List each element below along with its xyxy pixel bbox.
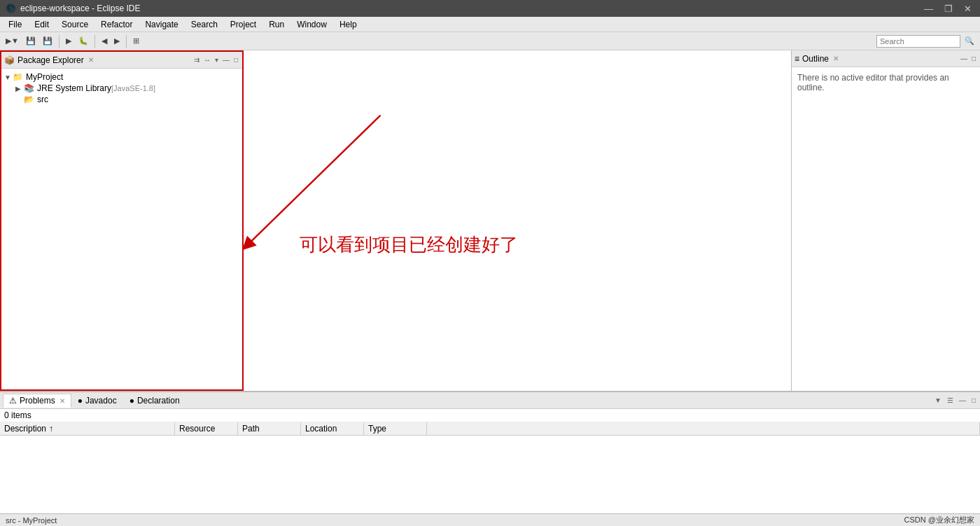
project-icon: 📁 (13, 72, 23, 82)
package-explorer-title-area: 📦 Package Explorer ✕ (4, 55, 190, 65)
bottom-minimize-btn[interactable]: — (958, 396, 967, 405)
jre-icon: 📚 (24, 83, 34, 93)
col-location[interactable]: Location (301, 422, 364, 435)
resource-label: Resource (179, 424, 215, 434)
toolbar-separator-3 (126, 35, 127, 48)
src-label: src (37, 95, 48, 104)
package-explorer-title: Package Explorer (18, 55, 84, 65)
toolbar-search-btn[interactable]: 🔍 (962, 35, 977, 47)
status-left: src - MyProject (6, 516, 57, 525)
menu-project[interactable]: Project (225, 18, 262, 31)
menu-run[interactable]: Run (263, 18, 290, 31)
package-explorer-content: ▼ 📁 MyProject ▶ 📚 JRE System Library [Ja… (1, 69, 242, 389)
title-bar-controls[interactable]: — ❐ ✕ (921, 4, 974, 14)
menu-help[interactable]: Help (334, 18, 363, 31)
tab-declaration[interactable]: ● Declaration (123, 394, 186, 408)
menu-window[interactable]: Window (291, 18, 332, 31)
toolbar: ▶▼ 💾 💾 ▶ 🐛 ◀ ▶ ⊞ 🔍 (0, 32, 980, 50)
outline-content: There is no active editor that provides … (792, 67, 980, 391)
package-explorer-panel: 📦 Package Explorer ✕ ⇉ ↔ ▾ — □ ▼ 📁 MyPro… (0, 50, 244, 391)
col-description[interactable]: Description ↑ (0, 422, 175, 435)
outline-close[interactable]: ✕ (833, 55, 839, 62)
jre-expand-arrow: ▶ (15, 85, 24, 92)
panel-minimize-btn[interactable]: — (221, 55, 231, 64)
maximize-button[interactable]: ❐ (941, 4, 955, 14)
bottom-content: 0 items Description ↑ Resource Path Loca… (0, 409, 980, 513)
outline-minimize-btn[interactable]: — (959, 54, 969, 63)
menu-bar: File Edit Source Refactor Navigate Searc… (0, 17, 980, 32)
toolbar-run-btn[interactable]: ▶ (63, 35, 74, 47)
problems-icon: ⚠ (9, 396, 17, 406)
col-extra (427, 422, 980, 435)
sort-arrow-description: ↑ (49, 424, 53, 434)
toolbar-debug-btn[interactable]: 🐛 (76, 35, 91, 47)
bottom-panel-controls: ▼ ☰ — □ (933, 396, 977, 405)
toolbar-new-btn[interactable]: ▶▼ (3, 35, 22, 47)
toolbar-separator-1 (59, 35, 59, 48)
path-label: Path (242, 424, 260, 434)
app-icon: 🌑 (6, 4, 16, 13)
status-right: CSDN @业余幻想家 (904, 515, 974, 525)
bottom-filter-btn[interactable]: ▼ (933, 396, 943, 405)
location-label: Location (305, 424, 337, 434)
col-type[interactable]: Type (364, 422, 427, 435)
panel-maximize-btn[interactable]: □ (232, 55, 239, 64)
tree-item-src[interactable]: 📂 src (1, 94, 242, 105)
search-input[interactable] (876, 35, 960, 48)
description-label: Description (4, 424, 46, 434)
tree-item-myproject[interactable]: ▼ 📁 MyProject (1, 71, 242, 83)
panel-menu-btn[interactable]: ▾ (214, 55, 220, 64)
toolbar-forward-btn[interactable]: ▶ (111, 35, 122, 47)
col-path[interactable]: Path (238, 422, 301, 435)
status-bar: src - MyProject CSDN @业余幻想家 (0, 513, 980, 526)
bottom-tabs-bar: ⚠ Problems ✕ ● Javadoc ● Declaration ▼ ☰… (0, 392, 980, 409)
declaration-icon: ● (130, 396, 134, 406)
menu-refactor[interactable]: Refactor (95, 18, 138, 31)
tab-javadoc-label: Javadoc (85, 396, 117, 406)
close-button[interactable]: ✕ (961, 4, 974, 14)
outline-title: Outline (802, 54, 829, 64)
tab-declaration-label: Declaration (137, 396, 180, 406)
toolbar-separator-2 (94, 35, 95, 48)
menu-source[interactable]: Source (56, 18, 94, 31)
bottom-menu-btn[interactable]: ☰ (946, 396, 955, 405)
table-body (0, 436, 980, 513)
tab-problems-label: Problems (20, 396, 55, 406)
link-editor-btn[interactable]: ↔ (202, 55, 212, 64)
collapse-all-btn[interactable]: ⇉ (192, 55, 201, 64)
tab-problems[interactable]: ⚠ Problems ✕ (3, 394, 71, 408)
package-explorer-header: 📦 Package Explorer ✕ ⇉ ↔ ▾ — □ (1, 52, 242, 69)
outline-title-area: ≡ Outline ✕ (794, 54, 956, 64)
outline-panel: ≡ Outline ✕ — □ There is no active edito… (791, 50, 980, 391)
minimize-button[interactable]: — (921, 4, 936, 14)
javadoc-icon: ● (78, 396, 83, 406)
editor-area: 可以看到项目已经创建好了 (244, 50, 791, 391)
outline-maximize-btn[interactable]: □ (970, 54, 977, 63)
menu-navigate[interactable]: Navigate (139, 18, 183, 31)
toolbar-save-all-btn[interactable]: 💾 (40, 35, 55, 47)
project-expand-arrow: ▼ (4, 74, 13, 81)
package-explorer-icon: 📦 (4, 55, 15, 65)
panel-controls: ⇉ ↔ ▾ — □ (192, 55, 239, 64)
annotation-svg (244, 106, 791, 282)
outline-message: There is no active editor that provides … (797, 73, 949, 92)
toolbar-save-btn[interactable]: 💾 (23, 35, 38, 47)
main-layout: 📦 Package Explorer ✕ ⇉ ↔ ▾ — □ ▼ 📁 MyPro… (0, 50, 980, 391)
col-resource[interactable]: Resource (175, 422, 238, 435)
menu-file[interactable]: File (3, 18, 27, 31)
title-bar-left: 🌑 eclipse-workspace - Eclipse IDE (6, 4, 140, 13)
tab-problems-close[interactable]: ✕ (59, 397, 65, 405)
bottom-maximize-btn[interactable]: □ (970, 396, 977, 405)
toolbar-perspective-btn[interactable]: ⊞ (130, 35, 142, 47)
toolbar-back-btn[interactable]: ◀ (99, 35, 110, 47)
outline-controls: — □ (959, 54, 977, 63)
tree-item-jre[interactable]: ▶ 📚 JRE System Library [JavaSE-1.8] (1, 83, 242, 94)
menu-search[interactable]: Search (186, 18, 223, 31)
menu-edit[interactable]: Edit (29, 18, 55, 31)
bottom-panel: ⚠ Problems ✕ ● Javadoc ● Declaration ▼ ☰… (0, 391, 980, 513)
src-icon: 📂 (24, 95, 34, 104)
package-explorer-close[interactable]: ✕ (88, 56, 94, 64)
annotation-text: 可以看到项目已经创建好了 (300, 233, 518, 257)
items-count: 0 items (0, 409, 980, 422)
tab-javadoc[interactable]: ● Javadoc (71, 394, 123, 408)
